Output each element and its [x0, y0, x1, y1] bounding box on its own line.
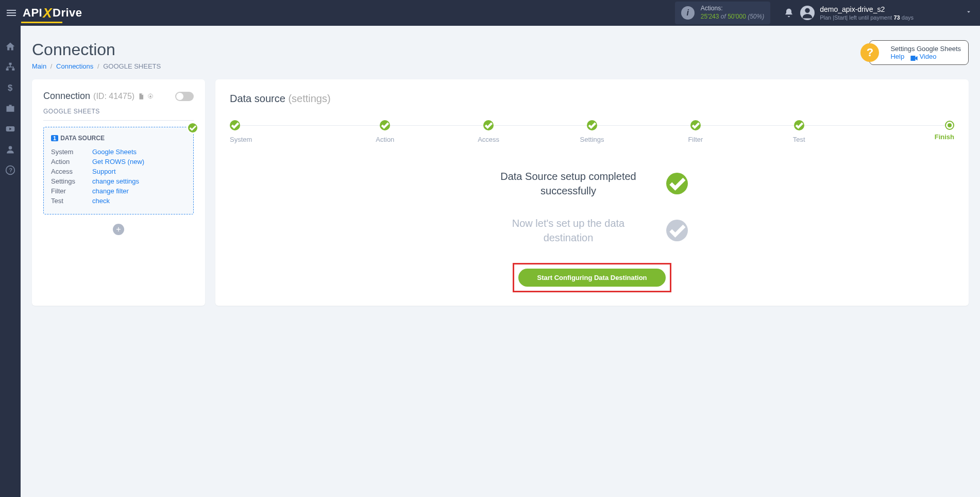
user-plan: Plan |Start| left until payment 73 days: [820, 14, 914, 21]
video-link[interactable]: Video: [910, 53, 937, 60]
help-box-title: Settings Google Sheets: [890, 45, 961, 53]
left-sidebar: $ ?: [0, 26, 21, 320]
step-circle-icon: [794, 120, 804, 130]
ds-row-label: Settings: [51, 177, 92, 185]
logo[interactable]: API X Drive: [23, 5, 82, 21]
help-box: ? Settings Google Sheets Help Video: [869, 40, 969, 65]
actions-of: of: [719, 13, 728, 20]
main-card: Data source (settings) SystemActionAcces…: [215, 79, 969, 306]
actions-count: 25'243: [701, 13, 719, 20]
breadcrumb-current: GOOGLE SHEETS: [103, 62, 161, 70]
svg-rect-9: [910, 56, 915, 61]
ds-row-value[interactable]: Google Sheets: [92, 148, 137, 156]
connection-sidebar-card: Connection (ID: 41475) GOOGLE SHEETS 1 D…: [32, 79, 205, 306]
step-label: System: [230, 136, 333, 143]
step-action[interactable]: Action: [333, 120, 437, 143]
actions-total: 50'000: [728, 13, 746, 20]
ds-row: Testcheck: [51, 197, 186, 205]
page-title: Connection: [32, 40, 869, 59]
ds-row: Settingschange settings: [51, 177, 186, 185]
actions-box[interactable]: i Actions: 25'243 of 50'000 (50%): [675, 2, 770, 24]
user-info[interactable]: demo_apix-drive_s2 Plan |Start| left unt…: [820, 5, 914, 21]
help-circle-icon[interactable]: ?: [860, 43, 879, 62]
step-circle-icon: [690, 120, 701, 130]
step-circle-icon: [587, 120, 597, 130]
ds-row-label: Filter: [51, 187, 92, 195]
connection-toggle[interactable]: [175, 92, 194, 101]
step-access[interactable]: Access: [437, 120, 540, 143]
status-next-text: Now let's set up the data destination: [496, 216, 640, 245]
actions-label: Actions:: [701, 5, 764, 13]
step-system[interactable]: System: [230, 120, 333, 143]
menu-toggle-icon[interactable]: [5, 7, 18, 19]
logo-drive: Drive: [53, 6, 82, 20]
step-label: Settings: [540, 136, 644, 143]
user-name: demo_apix-drive_s2: [820, 5, 914, 14]
breadcrumb-connections[interactable]: Connections: [56, 62, 93, 70]
ds-row-value[interactable]: change settings: [92, 177, 139, 185]
briefcase-icon[interactable]: [5, 103, 15, 113]
user-icon[interactable]: [5, 144, 15, 155]
step-circle-icon: [483, 120, 494, 130]
status-row-next: Now let's set up the data destination: [230, 216, 954, 245]
home-icon[interactable]: [5, 41, 15, 52]
cta-highlight: Start Configuring Data Destination: [513, 263, 671, 292]
user-avatar-icon[interactable]: [800, 6, 815, 20]
step-finish[interactable]: Finish: [851, 120, 954, 143]
question-icon[interactable]: ?: [5, 165, 15, 175]
step-circle-icon: [380, 120, 390, 130]
ds-row-value[interactable]: check: [92, 197, 110, 205]
main-content: Connection Main / Connections / GOOGLE S…: [21, 26, 980, 320]
ds-row-value[interactable]: change filter: [92, 187, 129, 195]
dollar-icon[interactable]: $: [5, 82, 15, 93]
breadcrumb-main[interactable]: Main: [32, 62, 46, 70]
step-circle-icon: [945, 121, 954, 130]
step-label: Access: [437, 136, 540, 143]
ds-row-label: System: [51, 148, 92, 156]
video-icon: [910, 55, 918, 60]
ds-number-badge: 1: [51, 135, 58, 141]
status-done-text: Data Source setup completed successfully: [496, 169, 640, 198]
ds-row: AccessSupport: [51, 168, 186, 175]
sitemap-icon[interactable]: [5, 62, 15, 72]
svg-point-0: [805, 8, 809, 13]
step-filter[interactable]: Filter: [644, 120, 747, 143]
youtube-icon[interactable]: [5, 124, 15, 134]
step-circle-icon: [230, 120, 240, 130]
step-test[interactable]: Test: [747, 120, 851, 143]
ds-row: ActionGet ROWS (new): [51, 158, 186, 165]
ds-row-value[interactable]: Support: [92, 168, 116, 175]
stepper: SystemActionAccessSettingsFilterTestFini…: [230, 120, 954, 143]
step-label: Test: [747, 136, 851, 143]
bell-icon[interactable]: [784, 8, 794, 18]
add-button[interactable]: +: [113, 224, 124, 235]
ds-row: SystemGoogle Sheets: [51, 148, 186, 156]
breadcrumb: Main / Connections / GOOGLE SHEETS: [32, 62, 869, 70]
chevron-down-icon[interactable]: [914, 8, 972, 18]
gear-icon[interactable]: [147, 93, 154, 100]
logo-api: API: [23, 6, 42, 20]
start-configuring-button[interactable]: Start Configuring Data Destination: [518, 269, 665, 287]
step-label: Action: [333, 136, 437, 143]
ds-row-label: Access: [51, 168, 92, 175]
ds-row-value[interactable]: Get ROWS (new): [92, 158, 144, 165]
svg-text:$: $: [8, 83, 13, 93]
connection-title: Connection: [43, 91, 90, 102]
check-icon: [187, 122, 198, 134]
check-done-icon: [666, 173, 688, 194]
help-link[interactable]: Help: [890, 53, 904, 60]
svg-point-6: [9, 146, 12, 150]
document-icon[interactable]: [138, 93, 145, 100]
svg-rect-1: [9, 63, 12, 65]
info-icon: i: [681, 6, 695, 20]
connection-id: (ID: 41475): [93, 92, 134, 101]
check-pending-icon: [666, 220, 688, 241]
logo-x-icon: X: [43, 5, 52, 21]
ds-rows: SystemGoogle SheetsActionGet ROWS (new)A…: [51, 148, 186, 205]
data-source-box[interactable]: 1 DATA SOURCE SystemGoogle SheetsActionG…: [43, 127, 194, 214]
step-settings[interactable]: Settings: [540, 120, 644, 143]
svg-text:?: ?: [9, 167, 13, 173]
ds-row: Filterchange filter: [51, 187, 186, 195]
ds-row-label: Action: [51, 158, 92, 165]
step-label: Filter: [644, 136, 747, 143]
